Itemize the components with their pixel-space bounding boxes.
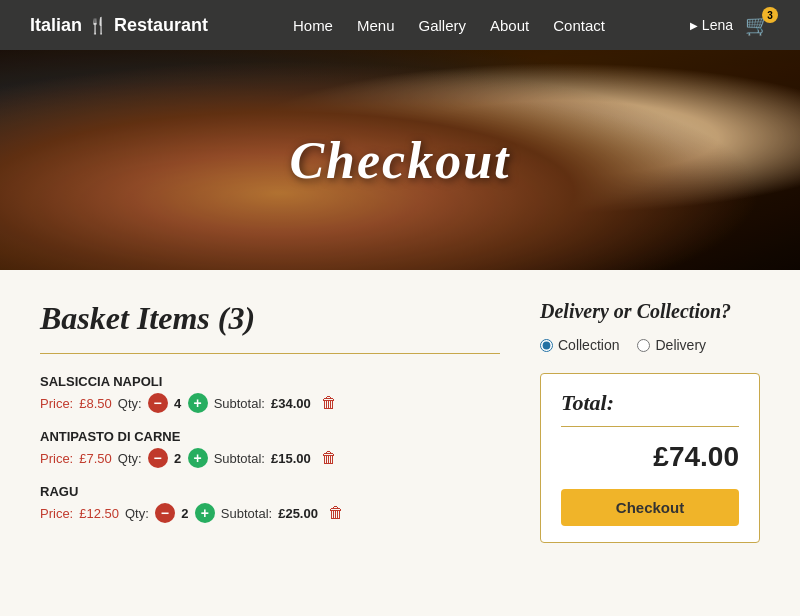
basket-section: Basket Items (3) SALSICCIA NAPOLI Price:… [40,300,500,539]
header: Italian 🍴 Restaurant Home Menu Gallery A… [0,0,800,50]
price-value-3: £12.50 [79,506,119,521]
qty-label-3: Qty: [125,506,149,521]
price-value-1: £8.50 [79,396,112,411]
radio-collection[interactable] [540,339,553,352]
item-row-3: Price: £12.50 Qty: − 2 + Subtotal: £25.0… [40,503,500,523]
basket-title: Basket Items (3) [40,300,500,337]
subtotal-value-3: £25.00 [278,506,318,521]
logo-icon: 🍴 [88,16,108,35]
cart-badge: 3 [762,7,778,23]
qty-num-2: 2 [174,451,182,466]
user-name[interactable]: Lena [690,17,733,33]
delete-btn-1[interactable]: 🗑 [321,394,337,412]
right-panel: Delivery or Collection? Collection Deliv… [540,300,760,543]
delivery-options: Collection Delivery [540,337,760,353]
item-row-1: Price: £8.50 Qty: − 4 + Subtotal: £34.00… [40,393,500,413]
delivery-title: Delivery or Collection? [540,300,760,323]
qty-label-2: Qty: [118,451,142,466]
nav-about[interactable]: About [490,17,529,34]
cart-icon[interactable]: 🛒 3 [745,13,770,37]
item-name-1: SALSICCIA NAPOLI [40,374,500,389]
subtotal-label-3: Subtotal: [221,506,272,521]
subtotal-label-1: Subtotal: [214,396,265,411]
basket-item-2: ANTIPASTO DI CARNE Price: £7.50 Qty: − 2… [40,429,500,468]
main-content: Basket Items (3) SALSICCIA NAPOLI Price:… [0,270,800,573]
logo-text: Italian [30,15,82,36]
hero-section: Checkout [0,50,800,270]
option-delivery[interactable]: Delivery [637,337,706,353]
qty-num-1: 4 [174,396,182,411]
subtotal-value-2: £15.00 [271,451,311,466]
item-name-3: RAGU [40,484,500,499]
logo-suffix: Restaurant [114,15,208,36]
logo: Italian 🍴 Restaurant [30,15,208,36]
nav-gallery[interactable]: Gallery [419,17,467,34]
qty-label-1: Qty: [118,396,142,411]
nav-contact[interactable]: Contact [553,17,605,34]
price-label-2: Price: [40,451,73,466]
total-box: Total: £74.00 Checkout [540,373,760,543]
price-value-2: £7.50 [79,451,112,466]
subtotal-label-2: Subtotal: [214,451,265,466]
price-label-1: Price: [40,396,73,411]
price-label-3: Price: [40,506,73,521]
delivery-label: Delivery [655,337,706,353]
qty-minus-3[interactable]: − [155,503,175,523]
total-label: Total: [561,390,739,427]
collection-label: Collection [558,337,619,353]
checkout-button[interactable]: Checkout [561,489,739,526]
qty-plus-3[interactable]: + [195,503,215,523]
item-row-2: Price: £7.50 Qty: − 2 + Subtotal: £15.00… [40,448,500,468]
basket-item-3: RAGU Price: £12.50 Qty: − 2 + Subtotal: … [40,484,500,523]
qty-num-3: 2 [181,506,189,521]
qty-plus-2[interactable]: + [188,448,208,468]
item-name-2: ANTIPASTO DI CARNE [40,429,500,444]
delete-btn-3[interactable]: 🗑 [328,504,344,522]
qty-minus-1[interactable]: − [148,393,168,413]
subtotal-value-1: £34.00 [271,396,311,411]
main-nav: Home Menu Gallery About Contact [208,17,690,34]
nav-home[interactable]: Home [293,17,333,34]
header-right: Lena 🛒 3 [690,13,770,37]
radio-delivery[interactable] [637,339,650,352]
delete-btn-2[interactable]: 🗑 [321,449,337,467]
nav-menu[interactable]: Menu [357,17,395,34]
basket-divider [40,353,500,354]
hero-title: Checkout [289,131,510,190]
qty-plus-1[interactable]: + [188,393,208,413]
qty-minus-2[interactable]: − [148,448,168,468]
option-collection[interactable]: Collection [540,337,619,353]
total-amount: £74.00 [561,441,739,473]
basket-item-1: SALSICCIA NAPOLI Price: £8.50 Qty: − 4 +… [40,374,500,413]
